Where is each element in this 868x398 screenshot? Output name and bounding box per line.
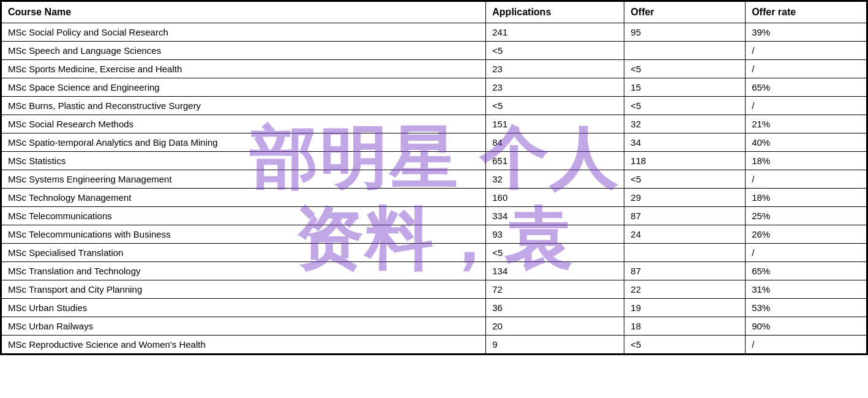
cell-offer: 34 [624, 133, 746, 152]
cell-applications: <5 [486, 244, 624, 262]
cell-offer-rate: / [746, 170, 867, 189]
cell-applications: 36 [486, 299, 624, 317]
cell-applications: 9 [486, 336, 624, 354]
header-offer: Offer [624, 2, 746, 23]
table-row: MSc Spatio-temporal Analytics and Big Da… [2, 133, 867, 152]
cell-course: MSc Telecommunications [2, 207, 486, 225]
cell-offer: 87 [624, 207, 746, 225]
cell-offer [624, 42, 746, 60]
table-row: MSc Urban Studies361953% [2, 299, 867, 317]
cell-course: MSc Technology Management [2, 189, 486, 207]
cell-offer-rate: 65% [746, 78, 867, 97]
table-row: MSc Urban Railways201890% [2, 317, 867, 336]
table-row: MSc Sports Medicine, Exercise and Health… [2, 60, 867, 78]
cell-applications: 20 [486, 317, 624, 336]
header-offer-rate: Offer rate [746, 2, 867, 23]
cell-offer-rate: 40% [746, 133, 867, 152]
cell-course: MSc Burns, Plastic and Reconstructive Su… [2, 97, 486, 115]
cell-offer: 24 [624, 225, 746, 244]
cell-course: MSc Translation and Technology [2, 262, 486, 280]
cell-offer-rate: / [746, 42, 867, 60]
main-table-container: Course Name Applications Offer Offer rat… [0, 0, 868, 355]
cell-offer: <5 [624, 336, 746, 354]
cell-offer: 18 [624, 317, 746, 336]
table-row: MSc Burns, Plastic and Reconstructive Su… [2, 97, 867, 115]
cell-offer-rate: / [746, 244, 867, 262]
cell-applications: 334 [486, 207, 624, 225]
table-row: MSc Specialised Translation<5/ [2, 244, 867, 262]
course-table: Course Name Applications Offer Offer rat… [1, 1, 867, 354]
table-row: MSc Speech and Language Sciences<5/ [2, 42, 867, 60]
cell-offer: <5 [624, 170, 746, 189]
cell-applications: <5 [486, 42, 624, 60]
cell-offer-rate: 25% [746, 207, 867, 225]
cell-offer [624, 244, 746, 262]
cell-offer-rate: 18% [746, 189, 867, 207]
cell-offer: 29 [624, 189, 746, 207]
cell-offer: 95 [624, 23, 746, 42]
cell-course: MSc Transport and City Planning [2, 280, 486, 299]
cell-applications: 93 [486, 225, 624, 244]
table-header-row: Course Name Applications Offer Offer rat… [2, 2, 867, 23]
cell-applications: 134 [486, 262, 624, 280]
cell-offer-rate: 26% [746, 225, 867, 244]
header-course: Course Name [2, 2, 486, 23]
cell-course: MSc Urban Studies [2, 299, 486, 317]
cell-course: MSc Telecommunications with Business [2, 225, 486, 244]
cell-applications: 151 [486, 115, 624, 133]
cell-offer-rate: 53% [746, 299, 867, 317]
cell-offer-rate: / [746, 60, 867, 78]
cell-applications: 23 [486, 60, 624, 78]
cell-offer-rate: / [746, 336, 867, 354]
table-row: MSc Translation and Technology1348765% [2, 262, 867, 280]
cell-offer: 19 [624, 299, 746, 317]
cell-offer-rate: 39% [746, 23, 867, 42]
cell-applications: 32 [486, 170, 624, 189]
cell-course: MSc Sports Medicine, Exercise and Health [2, 60, 486, 78]
cell-offer-rate: 21% [746, 115, 867, 133]
table-row: MSc Reproductive Science and Women's Hea… [2, 336, 867, 354]
table-row: MSc Telecommunications3348725% [2, 207, 867, 225]
table-row: MSc Transport and City Planning722231% [2, 280, 867, 299]
cell-offer-rate: 90% [746, 317, 867, 336]
cell-applications: 160 [486, 189, 624, 207]
cell-offer-rate: 65% [746, 262, 867, 280]
table-row: MSc Space Science and Engineering231565% [2, 78, 867, 97]
cell-applications: 23 [486, 78, 624, 97]
table-row: MSc Statistics65111818% [2, 152, 867, 170]
cell-course: MSc Reproductive Science and Women's Hea… [2, 336, 486, 354]
cell-offer: 118 [624, 152, 746, 170]
table-row: MSc Social Policy and Social Research241… [2, 23, 867, 42]
cell-offer: 87 [624, 262, 746, 280]
cell-course: MSc Space Science and Engineering [2, 78, 486, 97]
cell-course: MSc Social Policy and Social Research [2, 23, 486, 42]
cell-offer: <5 [624, 60, 746, 78]
cell-course: MSc Spatio-temporal Analytics and Big Da… [2, 133, 486, 152]
table-row: MSc Technology Management1602918% [2, 189, 867, 207]
header-applications: Applications [486, 2, 624, 23]
cell-offer-rate: / [746, 97, 867, 115]
table-row: MSc Telecommunications with Business9324… [2, 225, 867, 244]
cell-course: MSc Urban Railways [2, 317, 486, 336]
table-row: MSc Systems Engineering Management32<5/ [2, 170, 867, 189]
cell-applications: <5 [486, 97, 624, 115]
table-row: MSc Social Research Methods1513221% [2, 115, 867, 133]
cell-course: MSc Statistics [2, 152, 486, 170]
cell-applications: 72 [486, 280, 624, 299]
cell-offer: 22 [624, 280, 746, 299]
cell-offer: 32 [624, 115, 746, 133]
cell-course: MSc Social Research Methods [2, 115, 486, 133]
cell-applications: 84 [486, 133, 624, 152]
cell-course: MSc Systems Engineering Management [2, 170, 486, 189]
cell-offer: 15 [624, 78, 746, 97]
cell-offer-rate: 31% [746, 280, 867, 299]
cell-applications: 651 [486, 152, 624, 170]
cell-course: MSc Speech and Language Sciences [2, 42, 486, 60]
cell-course: MSc Specialised Translation [2, 244, 486, 262]
cell-offer-rate: 18% [746, 152, 867, 170]
cell-offer: <5 [624, 97, 746, 115]
cell-applications: 241 [486, 23, 624, 42]
